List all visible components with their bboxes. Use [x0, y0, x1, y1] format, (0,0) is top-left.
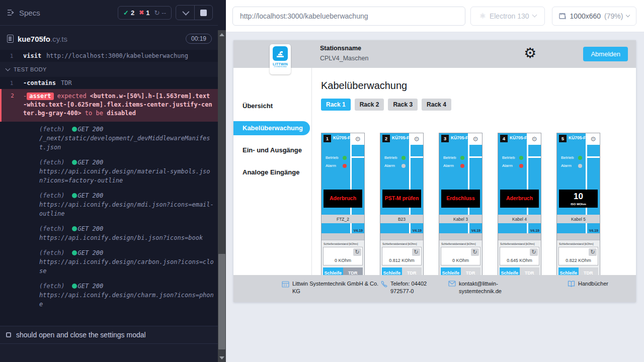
measurement-panel: Schleifenwiderstand [kOhm] ↻ 0 KOhm Schl…: [321, 240, 364, 279]
scrollbar-track[interactable]: [218, 30, 226, 362]
app-footer: Littwin Systemtechnik GmbH & Co. KG Tele…: [233, 275, 636, 302]
resistance-value: 0 KOhm: [441, 258, 480, 263]
browser-selector[interactable]: ⚛ Electron 130: [470, 7, 545, 26]
fetch-log-entry[interactable]: (fetch)GET 200 https://api.iconify.desig…: [0, 245, 218, 279]
card-settings-gear-icon[interactable]: ⚙: [410, 133, 423, 145]
betrieb-led: [401, 156, 406, 160]
sidebar-item-ein-und-ausgaenge[interactable]: Ein- und Ausgänge: [233, 143, 311, 157]
cypress-reporter: Specs ✓2 ✖1 ↻-- kue705fo.cy.ts 00:19 1 v…: [0, 0, 218, 362]
footer-email: kontakt@littwin-systemtechnik.de: [448, 280, 526, 302]
status-ok-dot: [72, 193, 77, 198]
tab-rack-2[interactable]: Rack 2: [355, 99, 384, 111]
runner-controls: [176, 5, 213, 20]
fetch-log-entry[interactable]: (fetch)GET 200 https://api.iconify.desig…: [0, 221, 218, 245]
card-settings-gear-icon[interactable]: ⚙: [528, 133, 541, 145]
refresh-icon[interactable]: ↻: [589, 248, 597, 256]
stat-pending: ↻--: [154, 9, 166, 17]
stop-icon: [200, 10, 207, 16]
resistance-value-box: ↻ 0 KOhm: [441, 247, 480, 265]
spec-file-row[interactable]: kue705fo.cy.ts 00:19: [0, 26, 218, 50]
tab-rack-4[interactable]: Rack 4: [422, 99, 451, 111]
fetch-log-entry[interactable]: (fetch)GET 200 https://api.iconify.desig…: [0, 188, 218, 221]
cable-name: FTZ_2: [321, 215, 364, 223]
alarm-led: [343, 164, 347, 168]
card-number: 3: [441, 135, 449, 142]
scroll-up-arrow[interactable]: [219, 33, 224, 36]
scrollbar-thumb[interactable]: [218, 254, 225, 349]
cable-name: B23: [380, 215, 423, 223]
tab-rack-1[interactable]: Rack 1: [321, 99, 351, 111]
check-icon: ✓: [123, 9, 129, 17]
stat-passed: ✓2: [123, 9, 134, 17]
card-settings-gear-icon[interactable]: ⚙: [587, 133, 600, 145]
scroll-down-arrow[interactable]: [219, 356, 224, 359]
status-display: Erdschluss: [441, 190, 480, 208]
betrieb-led: [519, 156, 523, 160]
settings-gear-icon[interactable]: ⚙: [524, 45, 536, 62]
rack-tabs: Rack 1 Rack 2 Rack 3 Rack 4: [321, 99, 636, 111]
command-visit[interactable]: 1 visithttp://localhost:3000/kabelueberw…: [0, 50, 218, 62]
footer-manuals[interactable]: Handbücher: [568, 280, 608, 302]
fetch-log-entry[interactable]: (fetch)GET 200 /_next/static/development…: [0, 122, 218, 155]
card-settings-gear-icon[interactable]: ⚙: [469, 133, 482, 145]
spec-file-name: kue705fo.cy.ts: [18, 35, 67, 43]
status-ok-dot: [72, 226, 77, 231]
test-stats: ✓2 ✖1 ↻--: [118, 6, 172, 20]
book-icon: [568, 281, 575, 302]
measurement-panel: Schleifenwiderstand [kOhm] ↻ 0.645 KOhm …: [498, 240, 541, 279]
refresh-icon[interactable]: ↻: [353, 248, 361, 256]
stop-button[interactable]: [194, 6, 212, 20]
device-card-3: 3 KÜ705-FO ⚙ Betrieb Alarm Erdschluss Ka…: [439, 133, 482, 280]
refresh-icon: ↻: [154, 9, 159, 17]
firmware-version: V4.19: [589, 229, 598, 232]
sidebar-item-analoge-eingaenge[interactable]: Analoge Eingänge: [233, 165, 311, 179]
command-assert-failed[interactable]: 2 -assert expected <button.w-[50%].h-[1.…: [0, 89, 218, 122]
device-type: KÜ705-FO: [451, 135, 471, 140]
station-name-value: CPLV4_Maschen: [320, 55, 368, 62]
specs-menu-button[interactable]: Specs: [7, 9, 40, 17]
viewport-selector[interactable]: 1000x660 (79%): [552, 7, 636, 26]
refresh-icon[interactable]: ↻: [471, 248, 479, 256]
status-ok-dot: [72, 250, 77, 255]
footer-email-link[interactable]: kontakt@littwin-systemtechnik.de: [459, 280, 526, 302]
firmware-version: V4.19: [354, 229, 363, 232]
specs-label: Specs: [19, 9, 40, 17]
status-display: Aderbruch: [500, 190, 539, 208]
resistance-value-box: ↻ 0.645 KOhm: [500, 247, 539, 265]
alarm-led: [578, 164, 582, 168]
fetch-log-entry[interactable]: (fetch)GET 200 https://api.iconify.desig…: [0, 279, 218, 312]
device-type: KÜ705-FO: [333, 135, 354, 140]
electron-icon: ⚛: [479, 12, 486, 21]
measurement-panel: Schleifenwiderstand [kOhm] ↻ 0.812 KOhm …: [380, 240, 423, 279]
command-contains[interactable]: 1 -containsTDR: [0, 77, 218, 89]
resistance-value: 0.822 KOhm: [559, 258, 598, 263]
resistance-value-box: ↻ 0 KOhm: [323, 247, 363, 265]
test-body-section[interactable]: TEST BODY: [0, 62, 218, 77]
sidebar-item-kabelueberwachung[interactable]: Kabelüberwachung: [233, 121, 310, 135]
cable-name: Kabel 5: [557, 215, 600, 223]
footer-company: Littwin Systemtechnik GmbH & Co. KG: [282, 280, 380, 302]
firmware-version: V4.19: [413, 229, 422, 232]
device-type: KÜ705-FO: [510, 135, 530, 140]
sidebar-item-uebersicht[interactable]: Übersicht: [233, 99, 311, 113]
reporter-header: Specs ✓2 ✖1 ↻--: [0, 0, 218, 25]
device-card-4: 4 KÜ705-FO ⚙ Betrieb Alarm Aderbruch Kab…: [498, 133, 541, 280]
resistance-value: 0.812 KOhm: [382, 258, 421, 263]
status-display: Aderbruch: [324, 190, 362, 208]
status-display: PST-M prüfen: [382, 190, 421, 208]
footer-phone: Telefon: 04402 972577-0: [380, 280, 448, 302]
url-input[interactable]: http://localhost:3000/kabelueberwachung: [232, 7, 465, 26]
collapse-button[interactable]: [176, 6, 194, 20]
card-settings-gear-icon[interactable]: ⚙: [351, 133, 364, 145]
littwin-logo-icon: [273, 46, 288, 61]
refresh-icon[interactable]: ↻: [412, 248, 420, 256]
betrieb-led: [343, 156, 347, 160]
tab-rack-3[interactable]: Rack 3: [388, 99, 418, 111]
app-body: Übersicht Kabelüberwachung Ein- und Ausg…: [233, 68, 636, 275]
fetch-log-entry[interactable]: (fetch)GET 200 https://api.iconify.desig…: [0, 155, 218, 188]
refresh-icon[interactable]: ↻: [530, 248, 538, 256]
measurement-panel: Schleifenwiderstand [kOhm] ↻ 0 KOhm Schl…: [439, 240, 482, 279]
logout-button[interactable]: Abmelden: [583, 47, 628, 61]
pending-test-row[interactable]: should open and close the settings modal: [0, 326, 218, 344]
littwin-logo: LITTWIN SYSTEMTECHNIK: [270, 44, 291, 74]
